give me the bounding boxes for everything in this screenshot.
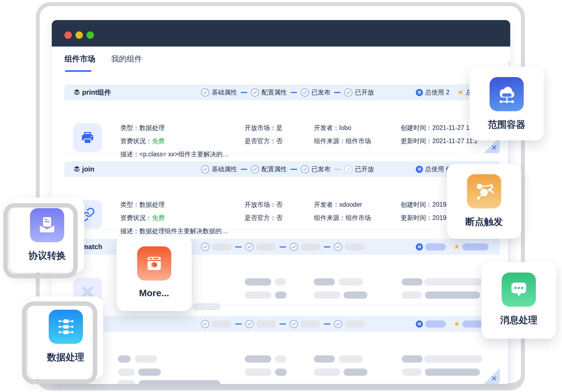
field-source: 组件来源：组件市场 <box>314 211 371 224</box>
tab-component-market[interactable]: 组件市场 <box>64 54 95 72</box>
category-card-more[interactable]: More... <box>116 236 192 311</box>
field-updated: 更新时间：2019-1 <box>401 211 452 224</box>
tab-my-components[interactable]: 我的组件 <box>111 54 142 72</box>
field-fee: 资费状况：免费 <box>120 134 229 148</box>
step-label: 已开放 <box>355 88 374 97</box>
layers-icon <box>73 165 80 174</box>
skeleton-pill <box>212 243 232 251</box>
skeleton-pill <box>300 243 320 251</box>
card-stats-skeleton: ★ <box>416 239 488 255</box>
tab-label: 组件市场 <box>64 55 95 63</box>
step-connector <box>290 169 297 170</box>
skeleton-pill <box>424 278 482 285</box>
check-circle-icon <box>301 88 309 97</box>
field-updated: 更新时间：2021-11-27 11:2 <box>401 134 478 148</box>
skeleton-pill <box>462 243 488 251</box>
check-circle-icon <box>344 88 352 97</box>
skeleton-pill <box>402 292 422 299</box>
skeleton-pill <box>139 380 220 384</box>
step-indicator-skeleton <box>201 316 365 332</box>
component-name: print组件 <box>82 85 111 100</box>
skeleton-pill <box>256 320 276 328</box>
star-icon: ★ <box>457 89 464 96</box>
field-open-market: 开放市场：是 <box>245 121 283 134</box>
component-name: join <box>82 161 94 177</box>
field-type: 类型：数据处理 <box>120 121 229 134</box>
step-label: 基础属性 <box>212 165 237 173</box>
category-label: 协议转换 <box>28 249 66 262</box>
skeleton-pill <box>275 355 286 363</box>
skeleton-pill <box>424 355 482 363</box>
step-connector <box>334 169 341 170</box>
star-icon: ★ <box>454 320 460 328</box>
usage-icon <box>416 89 423 96</box>
field-open-market: 开放市场：否 <box>245 198 283 211</box>
message-processing-icon <box>502 273 536 307</box>
close-icon[interactable]: ✕ <box>491 374 497 383</box>
step-connector <box>290 92 297 93</box>
skeleton-pill <box>135 355 157 363</box>
skeleton-pill <box>344 369 367 376</box>
check-circle-icon <box>334 320 342 328</box>
field-created: 创建时间：2019-1 <box>401 198 452 211</box>
tab-bar: 组件市场 我的组件 <box>64 54 142 72</box>
category-card-breakpoint-trigger[interactable]: 断点触发 <box>447 164 521 239</box>
skeleton-pill <box>245 355 271 363</box>
skeleton-pill <box>118 380 135 384</box>
close-icon[interactable]: ✕ <box>491 143 497 152</box>
field-official: 是否官方：否 <box>245 211 283 224</box>
breakpoint-trigger-icon <box>467 174 501 208</box>
check-circle-icon <box>334 243 342 251</box>
check-circle-icon <box>245 320 254 328</box>
skeleton-pill <box>425 243 446 251</box>
skeleton-pill <box>339 278 363 285</box>
skeleton-pill <box>425 320 446 328</box>
skeleton-pill <box>402 355 423 363</box>
minimize-window-button[interactable] <box>75 31 83 39</box>
skeleton-pill <box>425 292 480 299</box>
usage-count: 总使用 6 <box>425 165 449 173</box>
step-connector <box>279 323 286 325</box>
step-label: 已发布 <box>311 88 330 97</box>
skeleton-pill <box>118 355 131 363</box>
data-processing-icon <box>49 310 83 344</box>
category-card-message-processing[interactable]: 消息处理 <box>481 262 556 339</box>
skeleton-pill <box>402 369 422 376</box>
check-circle-icon <box>245 243 254 251</box>
check-circle-icon <box>251 88 259 97</box>
field-developer: 开发者：lobo <box>314 121 371 134</box>
check-circle-icon <box>201 165 209 173</box>
check-circle-icon <box>201 243 209 251</box>
step-label: 已发布 <box>311 165 330 173</box>
skeleton-pill <box>245 292 271 299</box>
check-circle-icon <box>290 243 298 251</box>
category-card-protocol-conversion[interactable]: 协议转换 <box>10 198 84 273</box>
check-circle-icon-disabled <box>344 165 352 173</box>
category-card-scope-container[interactable]: 范围容器 <box>469 67 544 140</box>
category-card-data-processing[interactable]: 数据处理 <box>28 296 103 379</box>
step-label: 基础属性 <box>212 88 237 97</box>
skeleton-pill <box>345 243 365 251</box>
maximize-window-button[interactable] <box>86 31 94 39</box>
protocol-conversion-icon <box>30 208 64 242</box>
step-connector <box>334 92 341 93</box>
skeleton-pill <box>314 292 340 299</box>
skeleton-pill <box>425 369 480 376</box>
skeleton-pill <box>118 369 135 376</box>
component-name: match <box>82 239 102 255</box>
usage-count: 总使用 2 <box>425 88 449 97</box>
close-window-button[interactable] <box>64 31 72 39</box>
field-fee: 资费状况：免费 <box>120 211 228 224</box>
step-label: 配置属性 <box>262 165 287 173</box>
more-components-icon <box>137 246 171 281</box>
step-connector <box>241 169 247 170</box>
step-connector <box>324 323 330 325</box>
step-connector <box>279 246 286 247</box>
star-icon: ★ <box>454 243 460 251</box>
tab-label: 我的组件 <box>111 55 142 63</box>
skeleton-pill <box>245 278 271 285</box>
card-header: print组件 基础属性 配置属性 已发布 已开放 总使用 2 ★ 总评分 <box>64 85 500 100</box>
step-connector <box>235 246 242 247</box>
step-label: 配置属性 <box>262 88 287 97</box>
skeleton-pill <box>138 369 161 376</box>
